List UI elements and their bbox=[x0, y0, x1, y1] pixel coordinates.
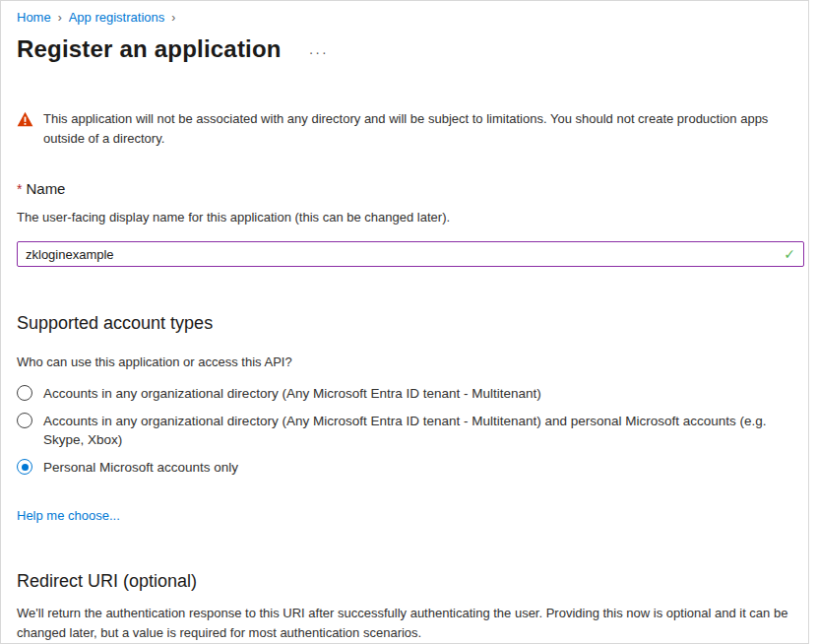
warning-text: This application will not be associated … bbox=[43, 109, 787, 149]
chevron-right-icon: › bbox=[171, 9, 175, 27]
name-field-label: *Name bbox=[17, 179, 802, 199]
breadcrumb-home-link[interactable]: Home bbox=[17, 9, 51, 27]
more-ellipsis-icon[interactable]: ··· bbox=[309, 44, 329, 60]
account-type-options: Accounts in any organizational directory… bbox=[17, 384, 802, 477]
warning-banner: This application will not be associated … bbox=[17, 109, 802, 149]
radio-option-personal-only[interactable]: Personal Microsoft accounts only bbox=[17, 458, 802, 477]
page-title: Register an application bbox=[17, 33, 282, 65]
radio-option-multitenant[interactable]: Accounts in any organizational directory… bbox=[17, 384, 802, 403]
radio-button-icon[interactable] bbox=[17, 385, 32, 401]
name-field-description: The user-facing display name for this ap… bbox=[17, 209, 802, 226]
help-me-choose-link[interactable]: Help me choose... bbox=[17, 508, 120, 523]
radio-button-icon[interactable] bbox=[17, 413, 32, 428]
radio-option-label: Accounts in any organizational directory… bbox=[43, 384, 541, 403]
redirect-uri-description: We'll return the authentication response… bbox=[17, 604, 794, 643]
required-asterisk: * bbox=[17, 181, 22, 197]
redirect-uri-heading: Redirect URI (optional) bbox=[17, 569, 802, 593]
radio-option-multitenant-personal[interactable]: Accounts in any organizational directory… bbox=[17, 412, 802, 449]
breadcrumb: Home › App registrations › bbox=[17, 1, 802, 27]
supported-account-types-heading: Supported account types bbox=[17, 311, 802, 335]
radio-option-label: Accounts in any organizational directory… bbox=[43, 412, 784, 449]
warning-triangle-icon bbox=[17, 111, 33, 149]
radio-button-icon[interactable] bbox=[17, 459, 32, 475]
account-types-question: Who can use this application or access t… bbox=[17, 354, 802, 371]
chevron-right-icon: › bbox=[58, 9, 62, 27]
name-label-text: Name bbox=[26, 180, 65, 197]
breadcrumb-app-registrations-link[interactable]: App registrations bbox=[69, 9, 165, 27]
register-application-blade: Home › App registrations › Register an a… bbox=[0, 0, 809, 644]
app-name-input[interactable] bbox=[17, 241, 804, 267]
radio-option-label: Personal Microsoft accounts only bbox=[43, 458, 238, 477]
